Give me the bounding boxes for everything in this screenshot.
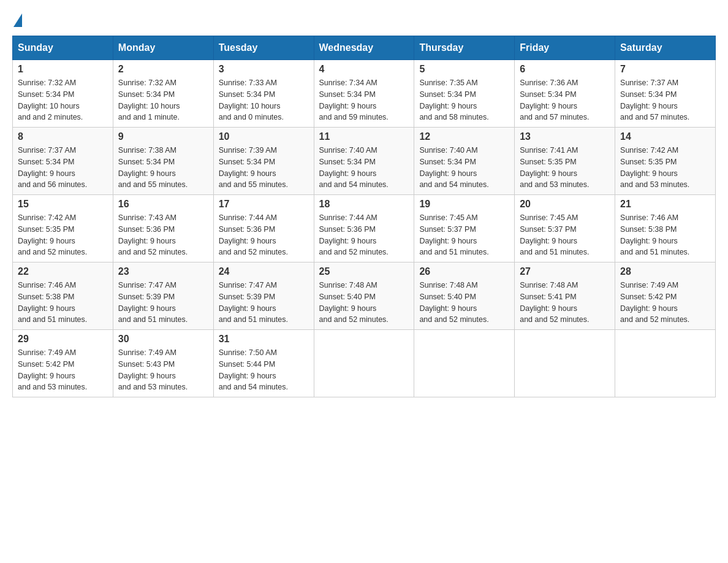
day-info: Sunrise: 7:32 AMSunset: 5:34 PMDaylight:… [18,77,108,123]
header-thursday: Thursday [414,36,515,60]
day-info: Sunrise: 7:46 AMSunset: 5:38 PMDaylight:… [18,280,108,326]
day-info: Sunrise: 7:40 AMSunset: 5:34 PMDaylight:… [319,145,409,191]
day-number: 1 [18,64,108,75]
day-number: 12 [419,131,509,142]
day-cell-21: 21Sunrise: 7:46 AMSunset: 5:38 PMDayligh… [615,195,716,262]
week-row-4: 22Sunrise: 7:46 AMSunset: 5:38 PMDayligh… [13,262,716,330]
day-cell-29: 29Sunrise: 7:49 AMSunset: 5:42 PMDayligh… [13,330,113,397]
day-info: Sunrise: 7:48 AMSunset: 5:40 PMDaylight:… [419,280,509,326]
day-cell-5: 5Sunrise: 7:35 AMSunset: 5:34 PMDaylight… [414,60,515,128]
day-number: 21 [620,199,710,210]
day-info: Sunrise: 7:49 AMSunset: 5:42 PMDaylight:… [18,347,108,393]
calendar-table: SundayMondayTuesdayWednesdayThursdayFrid… [12,36,716,397]
day-info: Sunrise: 7:44 AMSunset: 5:36 PMDaylight:… [319,212,409,258]
day-number: 18 [319,199,409,210]
day-cell-26: 26Sunrise: 7:48 AMSunset: 5:40 PMDayligh… [414,262,515,330]
calendar-header-row: SundayMondayTuesdayWednesdayThursdayFrid… [13,36,716,60]
day-number: 2 [118,64,208,75]
empty-cell [414,330,515,397]
day-info: Sunrise: 7:37 AMSunset: 5:34 PMDaylight:… [620,77,710,123]
day-cell-13: 13Sunrise: 7:41 AMSunset: 5:35 PMDayligh… [515,128,615,195]
day-cell-25: 25Sunrise: 7:48 AMSunset: 5:40 PMDayligh… [314,262,414,330]
day-cell-18: 18Sunrise: 7:44 AMSunset: 5:36 PMDayligh… [314,195,414,262]
day-info: Sunrise: 7:49 AMSunset: 5:42 PMDaylight:… [620,280,710,326]
day-info: Sunrise: 7:49 AMSunset: 5:43 PMDaylight:… [118,347,208,393]
week-row-1: 1Sunrise: 7:32 AMSunset: 5:34 PMDaylight… [13,60,716,128]
day-number: 16 [118,199,208,210]
day-info: Sunrise: 7:42 AMSunset: 5:35 PMDaylight:… [18,212,108,258]
week-row-5: 29Sunrise: 7:49 AMSunset: 5:42 PMDayligh… [13,330,716,397]
day-number: 25 [319,266,409,277]
header-friday: Friday [515,36,615,60]
day-cell-9: 9Sunrise: 7:38 AMSunset: 5:34 PMDaylight… [113,128,213,195]
header-tuesday: Tuesday [213,36,314,60]
day-info: Sunrise: 7:38 AMSunset: 5:34 PMDaylight:… [118,145,208,191]
day-cell-20: 20Sunrise: 7:45 AMSunset: 5:37 PMDayligh… [515,195,615,262]
day-number: 13 [520,131,610,142]
day-info: Sunrise: 7:50 AMSunset: 5:44 PMDaylight:… [219,347,309,393]
day-info: Sunrise: 7:41 AMSunset: 5:35 PMDaylight:… [520,145,610,191]
header-sunday: Sunday [13,36,113,60]
day-number: 31 [219,334,309,345]
day-number: 15 [18,199,108,210]
empty-cell [314,330,414,397]
day-number: 30 [118,334,208,345]
logo-triangle-icon [13,13,22,27]
day-info: Sunrise: 7:44 AMSunset: 5:36 PMDaylight:… [219,212,309,258]
day-info: Sunrise: 7:43 AMSunset: 5:36 PMDaylight:… [118,212,208,258]
day-number: 17 [219,199,309,210]
week-row-3: 15Sunrise: 7:42 AMSunset: 5:35 PMDayligh… [13,195,716,262]
day-cell-4: 4Sunrise: 7:34 AMSunset: 5:34 PMDaylight… [314,60,414,128]
day-info: Sunrise: 7:37 AMSunset: 5:34 PMDaylight:… [18,145,108,191]
day-number: 29 [18,334,108,345]
day-cell-16: 16Sunrise: 7:43 AMSunset: 5:36 PMDayligh… [113,195,213,262]
day-number: 19 [419,199,509,210]
day-info: Sunrise: 7:42 AMSunset: 5:35 PMDaylight:… [620,145,710,191]
day-number: 22 [18,266,108,277]
empty-cell [615,330,716,397]
day-cell-24: 24Sunrise: 7:47 AMSunset: 5:39 PMDayligh… [213,262,314,330]
day-info: Sunrise: 7:34 AMSunset: 5:34 PMDaylight:… [319,77,409,123]
day-cell-7: 7Sunrise: 7:37 AMSunset: 5:34 PMDaylight… [615,60,716,128]
day-number: 14 [620,131,710,142]
day-cell-3: 3Sunrise: 7:33 AMSunset: 5:34 PMDaylight… [213,60,314,128]
day-cell-17: 17Sunrise: 7:44 AMSunset: 5:36 PMDayligh… [213,195,314,262]
header-monday: Monday [113,36,213,60]
day-number: 9 [118,131,208,142]
day-cell-14: 14Sunrise: 7:42 AMSunset: 5:35 PMDayligh… [615,128,716,195]
day-number: 11 [319,131,409,142]
day-info: Sunrise: 7:39 AMSunset: 5:34 PMDaylight:… [219,145,309,191]
day-info: Sunrise: 7:46 AMSunset: 5:38 PMDaylight:… [620,212,710,258]
day-cell-23: 23Sunrise: 7:47 AMSunset: 5:39 PMDayligh… [113,262,213,330]
day-number: 5 [419,64,509,75]
day-number: 3 [219,64,309,75]
page-header [12,12,716,25]
day-cell-12: 12Sunrise: 7:40 AMSunset: 5:34 PMDayligh… [414,128,515,195]
day-cell-28: 28Sunrise: 7:49 AMSunset: 5:42 PMDayligh… [615,262,716,330]
day-info: Sunrise: 7:45 AMSunset: 5:37 PMDaylight:… [419,212,509,258]
day-cell-30: 30Sunrise: 7:49 AMSunset: 5:43 PMDayligh… [113,330,213,397]
day-cell-2: 2Sunrise: 7:32 AMSunset: 5:34 PMDaylight… [113,60,213,128]
day-cell-22: 22Sunrise: 7:46 AMSunset: 5:38 PMDayligh… [13,262,113,330]
day-cell-8: 8Sunrise: 7:37 AMSunset: 5:34 PMDaylight… [13,128,113,195]
day-info: Sunrise: 7:47 AMSunset: 5:39 PMDaylight:… [118,280,208,326]
day-cell-6: 6Sunrise: 7:36 AMSunset: 5:34 PMDaylight… [515,60,615,128]
day-info: Sunrise: 7:40 AMSunset: 5:34 PMDaylight:… [419,145,509,191]
day-info: Sunrise: 7:45 AMSunset: 5:37 PMDaylight:… [520,212,610,258]
day-info: Sunrise: 7:47 AMSunset: 5:39 PMDaylight:… [219,280,309,326]
day-number: 8 [18,131,108,142]
day-info: Sunrise: 7:48 AMSunset: 5:41 PMDaylight:… [520,280,610,326]
empty-cell [515,330,615,397]
header-saturday: Saturday [615,36,716,60]
week-row-2: 8Sunrise: 7:37 AMSunset: 5:34 PMDaylight… [13,128,716,195]
day-number: 23 [118,266,208,277]
day-number: 27 [520,266,610,277]
day-number: 20 [520,199,610,210]
day-info: Sunrise: 7:33 AMSunset: 5:34 PMDaylight:… [219,77,309,123]
day-cell-11: 11Sunrise: 7:40 AMSunset: 5:34 PMDayligh… [314,128,414,195]
day-info: Sunrise: 7:36 AMSunset: 5:34 PMDaylight:… [520,77,610,123]
day-cell-10: 10Sunrise: 7:39 AMSunset: 5:34 PMDayligh… [213,128,314,195]
day-number: 10 [219,131,309,142]
day-number: 7 [620,64,710,75]
day-number: 4 [319,64,409,75]
